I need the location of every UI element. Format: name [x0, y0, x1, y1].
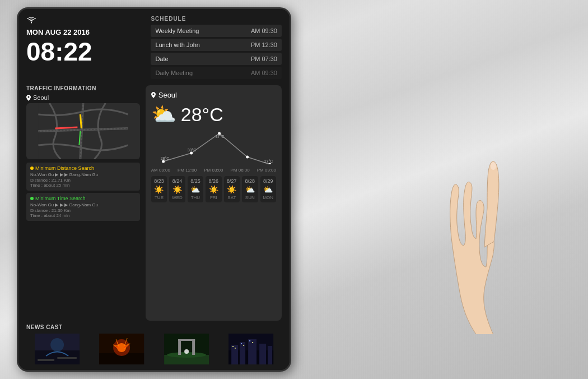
svg-point-5 [246, 156, 249, 159]
forecast-icon-6: ⛅ [263, 185, 273, 194]
schedule-title: SCHEDULE [151, 16, 282, 22]
svg-rect-36 [241, 343, 242, 344]
weather-location-icon [151, 92, 156, 98]
svg-point-2 [162, 160, 165, 163]
weather-chart: 28°C 30°C 37°C 27°C [151, 131, 276, 164]
news-thumb-2[interactable] [91, 334, 152, 364]
svg-rect-25 [178, 339, 195, 341]
current-temp: 28°C [181, 104, 223, 126]
forecast-day-3: 8/26 ☀️ FRI [206, 176, 221, 202]
route-title-2: Minimum Time Search [30, 196, 136, 201]
svg-text:37°C: 37°C [215, 135, 224, 138]
traffic-map [26, 103, 140, 159]
time-display: 08:22 [26, 39, 145, 64]
forecast-icon-1: ☀️ [172, 185, 182, 194]
schedule-item-4: Daily Meeting AM 09:30 [151, 67, 282, 79]
route-distance-1: Distance : 21.71 Km [30, 178, 136, 183]
weather-card: Seoul ⛅ 28°C [146, 85, 282, 321]
svg-text:28°C: 28°C [160, 156, 169, 160]
forecast-icon-2: ⛅ [190, 185, 200, 194]
route-path-1: No-Won Gu ▶ ▶ ▶ Gang-Nam Gu [30, 172, 136, 177]
forecast-day-4: 8/27 ☀️ SAT [224, 176, 240, 202]
current-weather: ⛅ 28°C [151, 103, 276, 126]
svg-rect-32 [259, 344, 266, 364]
schedule-item-2[interactable]: Lunch with John PM 12:30 [151, 39, 282, 51]
traffic-title: TRAFFIC INFORMATION [26, 85, 140, 91]
route-card-2: Minimum Time Search No-Won Gu ▶ ▶ ▶ Gang… [26, 193, 140, 221]
route-time-2: Time : about 24 min [30, 213, 136, 218]
news-thumb-4[interactable] [220, 334, 282, 364]
news-thumb-1[interactable] [26, 334, 88, 364]
screen: MON AUG 22 2016 08:22 SCHEDULE Weekly Me… [18, 9, 290, 370]
svg-point-26 [184, 349, 189, 354]
route-path-2: No-Won Gu ▶ ▶ ▶ Gang-Nam Gu [30, 202, 136, 207]
forecast-icon-0: ☀️ [154, 185, 164, 194]
date-display: MON AUG 22 2016 [26, 28, 145, 36]
route-time-1: Time : about 25 min [30, 183, 136, 188]
middle-section: TRAFFIC INFORMATION Seoul [18, 85, 290, 321]
svg-rect-24 [192, 339, 195, 355]
svg-rect-39 [252, 342, 253, 343]
location-icon [26, 95, 31, 101]
forecast-day-5: 8/28 ⛅ SUN [242, 176, 258, 202]
svg-rect-35 [235, 348, 236, 349]
svg-text:30°C: 30°C [187, 148, 196, 152]
forecast-day-6: 8/29 ⛅ MON [260, 176, 276, 202]
svg-text:27°C: 27°C [264, 159, 273, 163]
route-dot-1 [30, 167, 34, 170]
route-card-1: Minimum Distance Search No-Won Gu ▶ ▶ ▶ … [26, 163, 140, 191]
news-thumb-3[interactable] [156, 334, 217, 364]
weekly-forecast: 8/23 ☀️ TUE 8/24 ☀️ WED 8/25 ⛅ THU [151, 176, 276, 202]
svg-rect-30 [240, 342, 245, 364]
schedule-item-3[interactable]: Date PM 07:30 [151, 53, 282, 65]
forecast-day-2: 8/25 ⛅ THU [188, 176, 203, 202]
svg-point-3 [190, 152, 193, 155]
svg-point-40 [491, 162, 496, 170]
news-title: NEWS CAST [26, 324, 282, 330]
top-section: MON AUG 22 2016 08:22 SCHEDULE Weekly Me… [18, 9, 290, 85]
traffic-area: TRAFFIC INFORMATION Seoul [26, 85, 140, 321]
svg-rect-38 [249, 340, 250, 341]
news-thumbnails [26, 334, 282, 364]
news-section: NEWS CAST [18, 321, 290, 370]
schedule-item-1[interactable]: Weekly Meeting AM 09:30 [151, 25, 282, 37]
svg-rect-15 [57, 357, 77, 359]
weather-area: Seoul ⛅ 28°C [146, 85, 282, 321]
forecast-day-1: 8/24 ☀️ WED [169, 176, 185, 202]
schedule-area: SCHEDULE Weekly Meeting AM 09:30 Lunch w… [151, 16, 282, 81]
traffic-location: Seoul [26, 94, 140, 101]
svg-rect-23 [178, 339, 181, 355]
forecast-day-0: 8/23 ☀️ TUE [151, 176, 167, 202]
route-title-1: Minimum Distance Search [30, 165, 136, 171]
chart-labels: AM 09:00 PM 12:00 PM 03:00 PM 06:00 PM 0… [151, 168, 276, 173]
weather-condition-icon: ⛅ [151, 103, 176, 126]
forecast-icon-5: ⛅ [245, 185, 255, 194]
svg-point-0 [31, 22, 32, 23]
svg-point-13 [50, 338, 64, 352]
svg-rect-14 [38, 359, 54, 361]
clock-area: MON AUG 22 2016 08:22 [26, 16, 145, 81]
route-dot-2 [30, 197, 34, 200]
wifi-icon [26, 16, 145, 26]
svg-rect-34 [232, 346, 234, 347]
hand-overlay [409, 144, 588, 334]
weather-location: Seoul [151, 91, 276, 99]
svg-rect-33 [268, 346, 272, 364]
forecast-icon-4: ☀️ [227, 185, 236, 194]
svg-rect-37 [243, 345, 244, 346]
forecast-icon-3: ☀️ [209, 185, 218, 194]
route-distance-2: Distance : 21.30 Km [30, 208, 136, 213]
tablet-device: MON AUG 22 2016 08:22 SCHEDULE Weekly Me… [17, 7, 291, 372]
